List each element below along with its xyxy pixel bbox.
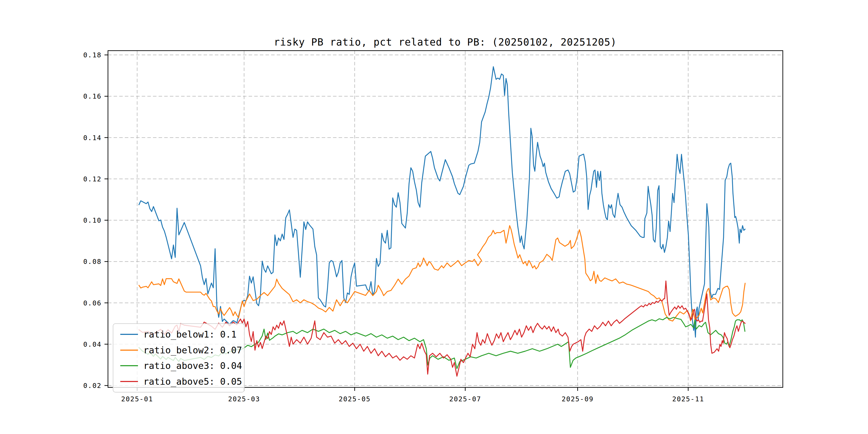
y-tick-label: 0.02: [83, 382, 101, 390]
legend-item-ratio_above5: ratio_above5: 0.05: [120, 376, 244, 387]
y-tick-label: 0.14: [83, 134, 101, 142]
y-tick-label: 0.10: [83, 216, 101, 224]
series-line-ratio_below2: [139, 225, 745, 321]
legend-label-ratio_above5: ratio_above5: 0.05: [143, 376, 242, 387]
legend-swatch-ratio_above5: [120, 381, 138, 382]
chart-title: risky PB ratio, pct related to PB: (2025…: [0, 36, 868, 48]
legend-swatch-ratio_above3: [120, 365, 138, 366]
y-tick-label: 0.08: [83, 258, 101, 266]
legend-item-ratio_below2: ratio_below2: 0.07: [120, 345, 244, 355]
y-tick-label: 0.18: [83, 51, 101, 59]
y-tick-label: 0.04: [83, 341, 101, 348]
y-tick-label: 0.06: [83, 299, 101, 307]
legend-swatch-ratio_below1: [120, 334, 138, 335]
x-tick-label: 2025-05: [339, 395, 371, 403]
legend-label-ratio_below2: ratio_below2: 0.07: [143, 345, 242, 355]
legend-label-ratio_above3: ratio_above3: 0.04: [143, 360, 242, 371]
y-tick-label: 0.16: [83, 92, 101, 100]
x-tick-label: 2025-07: [449, 395, 481, 403]
x-tick-label: 2025-09: [561, 395, 593, 403]
legend-item-ratio_below1: ratio_below1: 0.1: [120, 329, 244, 340]
x-tick-label: 2025-01: [121, 395, 153, 403]
legend-item-ratio_above3: ratio_above3: 0.04: [120, 360, 244, 371]
chart-figure: 0.020.040.060.080.100.120.140.160.182025…: [0, 0, 868, 434]
y-tick-label: 0.12: [83, 175, 101, 183]
legend-label-ratio_below1: ratio_below1: 0.1: [143, 329, 237, 340]
legend-swatch-ratio_below2: [120, 350, 138, 351]
legend-box: ratio_below1: 0.1ratio_below2: 0.07ratio…: [113, 323, 245, 393]
x-tick-label: 2025-03: [228, 395, 260, 403]
x-tick-label: 2025-11: [672, 395, 704, 403]
